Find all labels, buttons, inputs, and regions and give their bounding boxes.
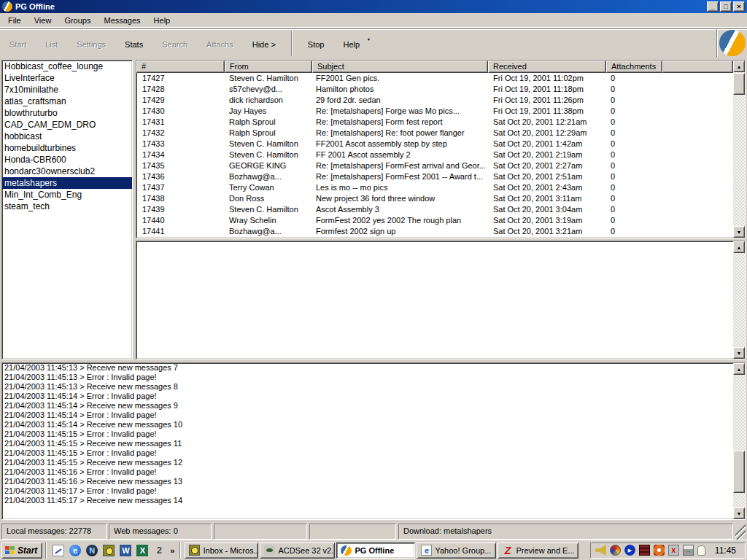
message-number: 17433 (136, 139, 225, 149)
task-acdsee[interactable]: ACDSee 32 v2... (260, 542, 335, 559)
scroll-up-icon[interactable]: ▲ (733, 61, 745, 72)
group-list-item[interactable]: hondarc30ownersclub2 (2, 166, 132, 177)
group-list-item[interactable]: Honda-CBR600 (2, 154, 132, 166)
toolbar-hide-button[interactable]: Hide > (244, 33, 284, 55)
message-row[interactable]: 17433 Steven C. Hamilton FF2001 Ascot as… (136, 139, 733, 149)
group-list-item[interactable]: steam_tech (2, 201, 132, 212)
group-list-item[interactable]: Min_Int_Comb_Eng (2, 189, 132, 201)
message-list-header: #FromSubjectReceivedAttachments (136, 61, 733, 73)
column-header[interactable]: Subject (312, 61, 488, 73)
media-player-icon[interactable]: ▶ (624, 545, 635, 556)
toolbar-settings-button[interactable]: Settings (69, 33, 114, 55)
scroll-up-icon[interactable]: ▲ (733, 363, 745, 375)
message-row[interactable]: 17435 GEORGE KING Re: [metalshapers] For… (136, 160, 733, 171)
group-list-item[interactable]: blowthruturbo (2, 107, 132, 119)
scroll-up-icon[interactable]: ▲ (733, 241, 745, 253)
word-icon[interactable]: W (120, 545, 131, 556)
preview-scrollbar[interactable]: ▲ ▼ (733, 241, 745, 359)
message-row[interactable]: 17427 Steven C. Hamilton FF2001 Gen pics… (136, 73, 733, 84)
group-list-item[interactable]: atlas_craftsman (2, 96, 132, 107)
message-from: Ralph Sproul (225, 128, 312, 139)
group-list-item[interactable]: CAD_CAM_EDM_DRO (2, 119, 132, 131)
log-line: 21/04/2003 11:45:16 > Receive new messag… (2, 477, 733, 486)
task-pg-offline[interactable]: PG Offline (336, 542, 415, 559)
close-button[interactable]: × (733, 1, 745, 12)
message-attachments: 0 (606, 193, 662, 204)
message-row[interactable]: 17438 Don Ross New project 36 ford three… (136, 193, 733, 204)
menu-help[interactable]: Help (147, 14, 177, 27)
message-number: 17437 (136, 182, 225, 193)
message-from: GEORGE KING (225, 160, 312, 171)
message-row[interactable]: 17437 Terry Cowan Les is mo -- mo pics S… (136, 182, 733, 193)
message-row[interactable]: 17429 dick richardson 29 ford 2dr. sedan… (136, 95, 733, 106)
resize-grip[interactable] (735, 524, 746, 540)
menu-messages[interactable]: Messages (97, 14, 147, 27)
quick-launch-overflow-icon[interactable]: » (168, 546, 177, 555)
column-header[interactable]: Received (488, 61, 606, 73)
address-book-icon[interactable]: 2 (153, 545, 165, 556)
column-header[interactable]: # (136, 61, 225, 73)
scroll-down-icon[interactable]: ▼ (733, 508, 745, 519)
message-attachments: 0 (606, 182, 662, 193)
toolbar-stats-button[interactable]: Stats (117, 33, 151, 55)
log-line: 21/04/2003 11:45:13 > Error : Invalid pa… (2, 373, 733, 382)
group-list-item[interactable]: metalshapers (2, 177, 132, 189)
mouse-hand-icon[interactable] (697, 545, 705, 556)
message-row[interactable]: 17436 Bozhawg@a... Re: [metalshapers] Fo… (136, 171, 733, 182)
column-header[interactable]: Attachments (606, 61, 662, 73)
organizer-icon[interactable] (103, 545, 115, 556)
message-row[interactable]: 17439 Steven C. Hamilton Ascot Assembly … (136, 204, 733, 215)
log-scrollbar[interactable]: ▲ ▼ (733, 363, 745, 519)
task-yahoo-groups[interactable]: e Yahoo! Group... (417, 542, 496, 559)
excel-icon[interactable]: X (136, 545, 148, 556)
scroll-down-icon[interactable]: ▼ (733, 347, 745, 359)
toolbar-stop-button[interactable]: Stop (300, 33, 333, 55)
menu-groups[interactable]: Groups (58, 14, 97, 27)
message-row[interactable]: 17428 s57chevy@d... Hamilton photos Fri … (136, 84, 733, 95)
message-row[interactable]: 17430 Jay Hayes Re: [metalshapers] Forge… (136, 106, 733, 117)
windows-flag-icon (5, 546, 15, 555)
minimize-button[interactable]: _ (707, 1, 719, 12)
message-row[interactable]: 17440 Wray Schelin FormFest 2002 yes 200… (136, 215, 733, 226)
message-row[interactable]: 17441 Bozhawg@a... Formfest 2002 sign up… (136, 226, 733, 237)
message-row[interactable]: 17431 Ralph Sproul Re: [metalshapers] Fo… (136, 117, 733, 128)
group-list-item[interactable]: hobbicast (2, 131, 132, 142)
message-list-scrollbar[interactable]: ▲ ▼ (733, 61, 745, 238)
task-monitor-icon[interactable] (639, 545, 650, 556)
network-error-icon[interactable]: x (668, 545, 679, 556)
message-attachments: 0 (606, 95, 662, 106)
maximize-button[interactable]: □ (720, 1, 732, 12)
toolbar-start-button[interactable]: Start (1, 33, 34, 55)
printer-icon[interactable]: → (683, 545, 694, 556)
netscape-icon[interactable]: N (86, 545, 98, 556)
toolbar-list-button[interactable]: List (37, 33, 66, 55)
group-list-item[interactable]: LiveInterface (2, 72, 132, 84)
message-row[interactable]: 17432 Ralph Sproul Re: [metalshapers] Re… (136, 128, 733, 139)
column-header[interactable]: From (225, 61, 312, 73)
volume-icon[interactable] (595, 545, 606, 556)
toolbar-attachs-button[interactable]: Attachs (198, 33, 241, 55)
message-from: Ralph Sproul (225, 117, 312, 128)
toolbar-search-button[interactable]: Search (154, 33, 196, 55)
scroll-down-icon[interactable]: ▼ (733, 226, 745, 238)
scrollbar-thumb[interactable] (733, 73, 745, 95)
chevron-down-icon[interactable]: ▾ (368, 36, 370, 42)
message-row[interactable]: 17434 Steven C. Hamilton FF 2001 Ascot a… (136, 149, 733, 160)
color-wheel-icon[interactable] (610, 545, 621, 556)
show-desktop-icon[interactable] (53, 545, 64, 556)
group-list-item[interactable]: Hobbicast_coffee_lounge (2, 61, 132, 72)
message-received: Fri Oct 19, 2001 11:18pm (488, 84, 606, 95)
menu-file[interactable]: File (1, 14, 28, 27)
group-list-item[interactable]: homebuildturbines (2, 142, 132, 154)
toolbar-help-button[interactable]: Help (335, 33, 368, 55)
task-preview[interactable]: Z Preview and E... (498, 542, 578, 559)
column-header[interactable] (662, 61, 733, 73)
task-inbox[interactable]: Inbox - Micros... (185, 542, 258, 559)
internet-explorer-icon[interactable]: e (69, 545, 81, 556)
start-button[interactable]: Start (1, 542, 42, 559)
menu-view[interactable]: View (28, 14, 58, 27)
scheduler-icon[interactable] (654, 545, 665, 556)
group-list-item[interactable]: 7x10minilathe (2, 84, 132, 96)
taskbar-clock: 11:45 (709, 545, 739, 556)
scrollbar-thumb[interactable] (733, 451, 745, 493)
